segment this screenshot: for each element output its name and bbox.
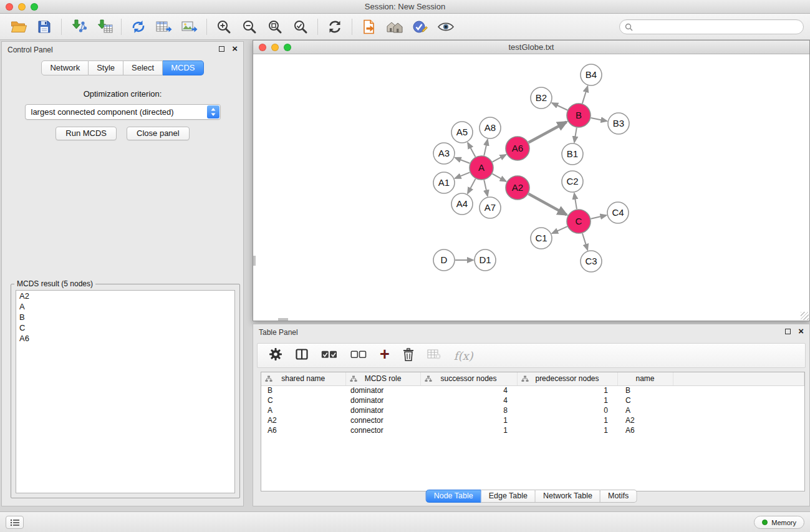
float-panel-icon[interactable]	[219, 46, 224, 52]
zoom-out-button[interactable]	[238, 17, 261, 37]
column-header-successor-nodes[interactable]: successor nodes	[420, 372, 517, 385]
new-network-button[interactable]	[127, 17, 150, 37]
optimization-criterion-select[interactable]: largest connected component (directed)	[25, 104, 221, 120]
import-table-button[interactable]	[93, 17, 115, 37]
graph-edge-A-A5[interactable]	[468, 143, 475, 157]
select-all-button[interactable]	[321, 350, 337, 361]
table-cell[interactable]: 1	[517, 385, 617, 395]
tab-network[interactable]: Network	[41, 60, 89, 75]
export-table-button[interactable]	[153, 17, 175, 37]
tab-mcds[interactable]: MCDS	[163, 60, 203, 75]
table-row[interactable]: A6connector11A6	[261, 425, 804, 435]
mcds-result-item[interactable]: B	[16, 312, 234, 322]
table-cell[interactable]: 1	[420, 415, 517, 425]
mcds-result-list[interactable]: A2ABCA6	[16, 290, 235, 493]
table-row[interactable]: Bdominator41B	[261, 385, 804, 395]
graph-edge-A-A2[interactable]	[493, 174, 506, 181]
column-header-name[interactable]: name	[617, 372, 673, 385]
open-file-button[interactable]	[7, 17, 30, 37]
graph-edge-A-A3[interactable]	[455, 158, 470, 163]
horizontal-scroll-indicator[interactable]	[278, 318, 288, 321]
graph-edge-C-C2[interactable]	[574, 193, 577, 209]
graph-edge-B-B1[interactable]	[574, 128, 577, 143]
refresh-button[interactable]	[324, 17, 346, 37]
table-row[interactable]: Cdominator41C	[261, 395, 804, 405]
table-cell[interactable]: 8	[420, 405, 517, 415]
table-cell[interactable]: connector	[345, 425, 420, 435]
task-history-button[interactable]	[6, 516, 24, 529]
export-image-button[interactable]	[178, 17, 201, 37]
table-cell[interactable]: C	[261, 395, 345, 405]
graph-edge-A-A6[interactable]	[493, 155, 506, 162]
table-cell[interactable]: 1	[517, 425, 617, 435]
graph-edge-B-B2[interactable]	[552, 103, 567, 110]
table-cell[interactable]: connector	[345, 415, 420, 425]
close-panel-button[interactable]: Close panel	[127, 127, 190, 140]
zoom-view-button[interactable]	[284, 44, 291, 51]
import-network-button[interactable]	[67, 17, 90, 37]
graph-edge-B-B3[interactable]	[591, 118, 607, 121]
table-row[interactable]: Adominator80A	[261, 405, 804, 415]
tab-edge-table[interactable]: Edge Table	[481, 490, 536, 503]
home-button[interactable]	[383, 17, 406, 37]
mcds-result-item[interactable]: C	[16, 322, 234, 333]
graph-edge-C-C4[interactable]	[591, 215, 607, 219]
run-mcds-button[interactable]: Run MCDS	[55, 127, 117, 140]
zoom-fit-button[interactable]	[264, 17, 286, 37]
graph-edge-A-A1[interactable]	[455, 172, 470, 178]
graph-edge-A-A4[interactable]	[468, 179, 476, 194]
table-settings-button[interactable]	[269, 347, 282, 364]
table-cell[interactable]: 4	[420, 385, 517, 395]
table-cell[interactable]: B	[617, 385, 673, 395]
mcds-result-item[interactable]: A2	[16, 291, 234, 301]
zoom-in-button[interactable]	[213, 17, 235, 37]
table-cell[interactable]: dominator	[345, 395, 420, 405]
column-header-mcds-role[interactable]: MCDS role	[345, 372, 420, 385]
table-cell[interactable]: A	[261, 405, 345, 415]
vertical-scroll-indicator[interactable]	[253, 256, 256, 266]
table-cell[interactable]: 4	[420, 395, 517, 405]
column-header-predecessor-nodes[interactable]: predecessor nodes	[517, 372, 617, 385]
tab-style[interactable]: Style	[89, 60, 123, 75]
show-columns-button[interactable]	[296, 349, 308, 362]
graph-edge-C-C1[interactable]	[552, 226, 567, 233]
table-cell[interactable]: A6	[617, 425, 673, 435]
mcds-result-item[interactable]: A6	[16, 333, 234, 344]
table-cell[interactable]: A2	[617, 415, 673, 425]
tab-select[interactable]: Select	[123, 60, 163, 75]
main-titlebar[interactable]: Session: New Session	[0, 0, 810, 14]
graph-edge-C-C3[interactable]	[582, 233, 587, 250]
resize-grip[interactable]	[801, 312, 809, 320]
table-cell[interactable]: C	[617, 395, 673, 405]
tab-motifs[interactable]: Motifs	[600, 490, 637, 503]
close-window-button[interactable]	[6, 3, 13, 11]
table-cell[interactable]: 1	[517, 415, 617, 425]
graph-edge-A-A7[interactable]	[484, 180, 488, 196]
style-check-button[interactable]	[409, 17, 432, 37]
network-file-button[interactable]	[358, 17, 380, 37]
table-cell[interactable]: dominator	[345, 385, 420, 395]
search-box[interactable]	[619, 19, 804, 34]
add-column-button[interactable]: +	[380, 347, 390, 361]
mcds-result-item[interactable]: A	[16, 301, 234, 312]
table-cell[interactable]: 0	[517, 405, 617, 415]
table-cell[interactable]: A	[617, 405, 673, 415]
table-cell[interactable]: 1	[517, 395, 617, 405]
save-session-button[interactable]	[33, 17, 55, 37]
close-panel-icon[interactable]: ×	[232, 46, 238, 52]
table-cell[interactable]: 1	[420, 425, 517, 435]
graph-edge-B-B4[interactable]	[582, 86, 588, 104]
tab-network-table[interactable]: Network Table	[536, 490, 600, 503]
show-hide-button[interactable]	[435, 17, 457, 37]
graph-edge-A-A8[interactable]	[484, 140, 488, 156]
float-table-panel-icon[interactable]	[785, 329, 791, 334]
table-cell[interactable]: B	[261, 385, 345, 395]
minimize-view-button[interactable]	[271, 44, 279, 51]
table-cell[interactable]: A2	[261, 415, 345, 425]
table-row[interactable]: A2connector11A2	[261, 415, 804, 425]
graph-edge-A2-C[interactable]	[529, 194, 567, 215]
deselect-all-button[interactable]	[350, 350, 367, 361]
close-view-button[interactable]	[259, 44, 266, 51]
search-input[interactable]	[633, 21, 803, 33]
delete-column-button[interactable]	[403, 348, 414, 364]
